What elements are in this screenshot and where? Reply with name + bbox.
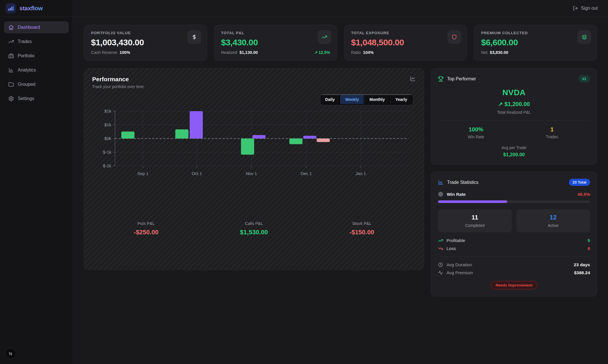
summary-label: Stock P&L <box>308 221 416 226</box>
avg-premium-label: Avg Premium <box>447 270 473 275</box>
performance-chart: Daily Weekly Monthly Yearly $1k$1k$0k$-1… <box>92 93 416 208</box>
sidebar-item-grouped[interactable]: Grouped <box>4 78 69 90</box>
stat-card-total-pnl: TOTAL P&L $3,430.00 Realized $1,130.00 ↗… <box>214 25 337 61</box>
sidebar-item-trades[interactable]: Trades <box>4 36 69 48</box>
summary-label: Puts P&L <box>92 221 200 226</box>
svg-text:$-1k: $-1k <box>103 163 112 168</box>
trade-statistics-card: Trade Statistics 23 Total Win Rate 45.5%… <box>431 172 597 296</box>
stat-label: TOTAL P&L <box>221 31 330 35</box>
stat-value: $1,003,430.00 <box>91 38 200 47</box>
profitable-row: Profitable 5 <box>438 238 590 243</box>
puts-pnl: Puts P&L -$250.00 <box>92 221 200 236</box>
stock-pnl: Stock P&L -$150.00 <box>308 221 416 236</box>
layers-icon <box>577 30 591 44</box>
stats-row: PORTFOLIO VALUE $1,003,430.00 Cash Reser… <box>84 25 597 61</box>
rank-badge: #1 <box>579 75 590 82</box>
sidebar-item-portfolio[interactable]: Portfolio <box>4 50 69 62</box>
win-rate-progress-fill <box>438 200 507 203</box>
completed-box: 11 Completed <box>438 209 512 232</box>
svg-text:Dec 1: Dec 1 <box>301 171 312 176</box>
top-performer-card: Top Performer #1 NVDA ↗ $1,200.00 Total … <box>431 68 597 165</box>
svg-text:$-1k: $-1k <box>103 150 112 154</box>
tab-daily[interactable]: Daily <box>320 94 340 105</box>
sign-out-label: Sign out <box>581 6 598 11</box>
profitable-label: Profitable <box>447 238 465 243</box>
tab-yearly[interactable]: Yearly <box>390 94 413 105</box>
win-rate-label: Win Rate <box>447 192 466 197</box>
performance-subtitle: Track your portfolio over time <box>92 84 144 89</box>
active-value: 12 <box>521 214 586 221</box>
activity-icon <box>438 270 443 275</box>
stat-value: $6,600.00 <box>481 38 590 47</box>
svg-text:Nov 1: Nov 1 <box>246 171 257 176</box>
win-rate-stat: 100% Win Rate <box>438 126 514 139</box>
trending-up-icon <box>8 39 14 44</box>
pnl-summary: Puts P&L -$250.00 Calls P&L $1,530.00 St… <box>92 221 416 236</box>
divider <box>438 120 590 121</box>
trending-up-icon <box>318 30 331 44</box>
bar-chart-icon <box>438 180 444 185</box>
svg-text:Sep 1: Sep 1 <box>137 171 148 176</box>
stat-label: TOTAL EXPOSURE <box>351 31 460 35</box>
sidebar-item-label: Grouped <box>18 82 35 87</box>
top-performer-caption: Total Realized P&L <box>438 110 590 115</box>
performance-title: Performance <box>92 76 144 83</box>
stat-footer-label: Realized <box>221 50 237 55</box>
gear-icon <box>8 96 14 101</box>
status-badge: Needs Improvement <box>491 281 537 289</box>
sidebar-item-label: Settings <box>18 96 34 101</box>
stat-label: PORTFOLIO VALUE <box>91 31 200 35</box>
sidebar-item-label: Trades <box>18 39 32 44</box>
svg-text:$0k: $0k <box>104 136 112 141</box>
win-rate-value: 45.5% <box>577 192 590 197</box>
bar-logo-icon <box>8 5 14 11</box>
shield-icon <box>447 30 461 44</box>
performance-chart-svg: $1k$1k$0k$-1k$-1kSep 1Oct 1Nov 1Dec 1Jan… <box>92 93 416 181</box>
trades-label: Trades <box>514 135 590 139</box>
logout-icon <box>573 6 578 11</box>
user-avatar[interactable]: N <box>5 348 16 359</box>
trades-stat: 1 Trades <box>514 126 590 139</box>
top-performer-symbol: NVDA <box>438 88 590 97</box>
completed-value: 11 <box>443 214 507 221</box>
summary-label: Calls P&L <box>200 221 308 226</box>
stat-value: $1,048,500.00 <box>351 38 460 47</box>
performance-card: Performance Track your portfolio over ti… <box>84 68 424 270</box>
trending-up-icon <box>438 238 443 243</box>
sign-out-button[interactable]: Sign out <box>573 6 598 11</box>
sidebar-item-analytics[interactable]: Analytics <box>4 64 69 76</box>
trophy-icon <box>438 76 444 82</box>
calls-pnl: Calls P&L $1,530.00 <box>200 221 308 236</box>
stat-footer-label: Net <box>481 50 488 55</box>
stat-footer-value: 104% <box>363 50 373 55</box>
stat-footer-value: $1,130.00 <box>239 50 258 55</box>
stat-value: $3,430.00 <box>221 38 330 47</box>
tab-weekly[interactable]: Weekly <box>340 94 364 105</box>
stat-label: PREMIUM COLLECTED <box>481 31 590 35</box>
target-icon <box>438 192 443 197</box>
sidebar: staxflow Dashboard Trades Portfolio Anal… <box>0 0 73 364</box>
loss-row: Loss 6 <box>438 246 590 251</box>
win-rate-label: Win Rate <box>438 135 514 139</box>
avg-per-trade-value: $1,200.00 <box>438 152 590 158</box>
stat-footer-value: 100% <box>120 50 130 55</box>
active-label: Active <box>521 223 586 228</box>
avg-duration-row: Avg Duration 23 days <box>438 262 590 267</box>
loss-value: 6 <box>587 246 590 251</box>
avg-premium-row: Avg Premium $388.24 <box>438 270 590 275</box>
svg-text:Jan 1: Jan 1 <box>355 171 366 176</box>
stat-footer-label: Cash Reserve <box>91 50 117 55</box>
top-performer-pnl: ↗ $1,200.00 <box>438 101 590 107</box>
trending-down-icon <box>438 246 443 251</box>
divider <box>438 256 590 257</box>
avg-per-trade-label: Avg per Trade <box>438 145 590 150</box>
stat-footer-label: Ratio <box>351 50 361 55</box>
tab-monthly[interactable]: Monthly <box>364 94 390 105</box>
sidebar-item-label: Dashboard <box>18 25 40 30</box>
sidebar-item-dashboard[interactable]: Dashboard <box>4 21 69 33</box>
sidebar-item-settings[interactable]: Settings <box>4 93 69 105</box>
sidebar-item-label: Analytics <box>18 68 36 73</box>
bar-chart-icon <box>8 67 14 73</box>
range-tabs: Daily Weekly Monthly Yearly <box>320 94 413 105</box>
topbar: Sign out <box>73 0 608 17</box>
